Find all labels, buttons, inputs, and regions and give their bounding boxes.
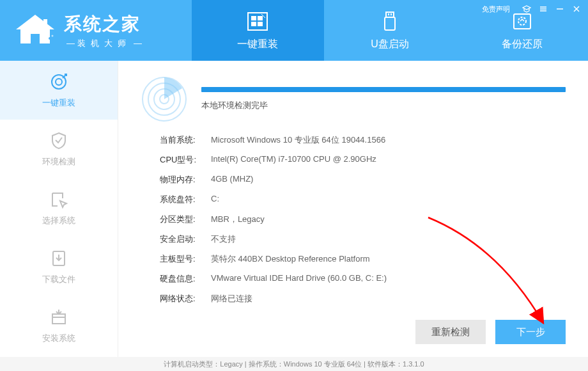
- info-label: CPU型号:: [160, 154, 211, 166]
- svg-point-2: [52, 35, 54, 36]
- info-value: Intel(R) Core(TM) i7-10700 CPU @ 2.90GHz: [211, 154, 376, 166]
- info-row-secureboot: 安全启动:不支持: [160, 233, 566, 245]
- svg-rect-8: [386, 12, 394, 17]
- info-label: 主板型号:: [160, 253, 211, 265]
- main-content: 本地环境检测完毕 当前系统:Microsoft Windows 10 专业版 6…: [118, 61, 588, 357]
- svg-point-1: [49, 37, 51, 40]
- sidebar-item-reinstall[interactable]: 一键重装: [0, 61, 118, 120]
- menu-icon[interactable]: [538, 4, 548, 14]
- minimize-icon[interactable]: [555, 4, 565, 14]
- info-row-drive: 系统盘符:C:: [160, 194, 566, 205]
- svg-rect-6: [251, 22, 256, 26]
- svg-rect-9: [385, 17, 395, 30]
- detect-header: 本地环境检测完毕: [141, 77, 566, 122]
- svg-rect-0: [43, 19, 47, 28]
- sidebar-item-env-detect[interactable]: 环境检测: [0, 120, 118, 178]
- svg-point-13: [518, 17, 526, 25]
- sidebar-label: 一键重装: [42, 97, 75, 109]
- info-row-partition: 分区类型:MBR，Legacy: [160, 214, 566, 225]
- progress-bar: [201, 87, 566, 92]
- close-icon[interactable]: [571, 4, 582, 14]
- logo-house-icon: [13, 12, 58, 50]
- sidebar: 一键重装 环境检测 选择系统 下载文件 安装系统: [0, 61, 118, 357]
- logo-subtitle: 装机大师: [64, 38, 144, 49]
- info-row-os: 当前系统:Microsoft Windows 10 专业版 64位 19044.…: [160, 134, 566, 146]
- window-controls: 免责声明: [482, 4, 582, 14]
- svg-rect-5: [258, 16, 263, 20]
- info-value: MBR，Legacy: [211, 214, 265, 225]
- usb-icon: [378, 10, 402, 33]
- select-icon: [49, 189, 69, 210]
- info-row-disk: 硬盘信息:VMware Virtual IDE Hard Drive (60.0…: [160, 273, 566, 285]
- tab-reinstall[interactable]: 一键重装: [192, 0, 324, 61]
- sidebar-item-select-sys[interactable]: 选择系统: [0, 178, 118, 237]
- download-icon: [49, 248, 69, 269]
- sidebar-item-install[interactable]: 安装系统: [0, 296, 118, 355]
- svg-rect-12: [514, 14, 530, 29]
- radar-icon: [141, 75, 189, 123]
- footer-status: 计算机启动类型：Legacy | 操作系统：Windows 10 专业版 64位…: [0, 357, 588, 371]
- header: 系统之家 装机大师 一键重装 U盘启动 备份还原 免责声明: [0, 0, 588, 61]
- info-label: 分区类型:: [160, 214, 211, 225]
- info-label: 网络状态:: [160, 293, 211, 304]
- info-value: 网络已连接: [211, 293, 252, 304]
- shield-icon: [49, 130, 69, 151]
- sidebar-label: 环境检测: [42, 156, 75, 168]
- tab-label: 备份还原: [502, 38, 543, 51]
- svg-rect-11: [391, 13, 392, 15]
- info-value: 不支持: [211, 233, 236, 245]
- sidebar-item-download[interactable]: 下载文件: [0, 237, 118, 296]
- info-label: 系统盘符:: [160, 194, 211, 205]
- svg-rect-10: [388, 13, 389, 15]
- logo-area: 系统之家 装机大师: [0, 0, 192, 61]
- info-value: VMware Virtual IDE Hard Drive (60.0 GB, …: [211, 273, 387, 285]
- info-label: 安全启动:: [160, 233, 211, 245]
- info-row-mobo: 主板型号:英特尔 440BX Desktop Reference Platfor…: [160, 253, 566, 265]
- info-row-ram: 物理内存:4GB (MHZ): [160, 174, 566, 186]
- action-buttons: 重新检测 下一步: [415, 320, 566, 344]
- system-info: 当前系统:Microsoft Windows 10 专业版 64位 19044.…: [160, 134, 566, 304]
- info-row-network: 网络状态:网络已连接: [160, 293, 566, 304]
- body: 一键重装 环境检测 选择系统 下载文件 安装系统: [0, 61, 588, 357]
- tab-label: 一键重装: [237, 38, 278, 51]
- info-row-cpu: CPU型号:Intel(R) Core(TM) i7-10700 CPU @ 2…: [160, 154, 566, 166]
- svg-point-21: [56, 79, 62, 85]
- info-value: 4GB (MHZ): [211, 174, 253, 186]
- svg-rect-4: [251, 16, 256, 20]
- info-label: 物理内存:: [160, 174, 211, 186]
- disclaimer-link[interactable]: 免责声明: [482, 4, 510, 14]
- info-label: 硬盘信息:: [160, 273, 211, 285]
- detect-status: 本地环境检测完毕: [201, 100, 566, 111]
- sidebar-label: 下载文件: [42, 274, 75, 285]
- sidebar-label: 选择系统: [42, 215, 75, 226]
- install-icon: [49, 307, 69, 328]
- svg-rect-3: [248, 13, 267, 30]
- info-label: 当前系统:: [160, 134, 211, 146]
- graduation-icon[interactable]: [522, 4, 532, 14]
- next-button[interactable]: 下一步: [495, 320, 566, 344]
- svg-rect-23: [52, 314, 65, 324]
- info-value: 英特尔 440BX Desktop Reference Platform: [211, 253, 370, 265]
- target-icon: [49, 72, 69, 92]
- sidebar-label: 安装系统: [42, 333, 75, 344]
- info-value: Microsoft Windows 10 专业版 64位 19044.1566: [211, 134, 385, 146]
- tab-label: U盘启动: [371, 38, 409, 51]
- windows-icon: [245, 10, 270, 33]
- tab-usb-boot[interactable]: U盘启动: [324, 0, 456, 61]
- logo-title: 系统之家: [64, 12, 144, 36]
- info-value: C:: [211, 194, 219, 205]
- svg-rect-7: [258, 22, 263, 26]
- recheck-button[interactable]: 重新检测: [415, 320, 486, 344]
